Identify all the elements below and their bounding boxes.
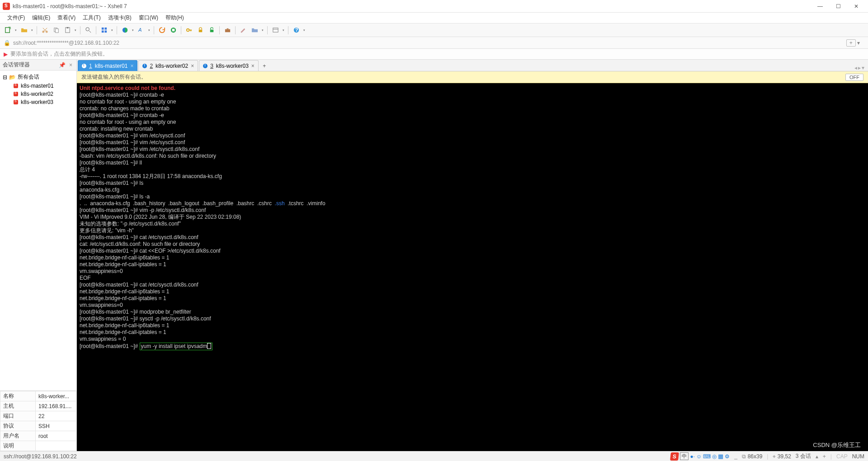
close-button[interactable]: ✕ [847, 1, 865, 12]
ime-emoji-icon[interactable]: ☺ [696, 453, 702, 460]
stop-button[interactable] [168, 25, 178, 35]
tab-close-icon[interactable]: × [191, 63, 194, 69]
menu-window[interactable]: 窗口(W) [135, 13, 162, 23]
sogou-icon[interactable]: S [670, 452, 679, 461]
toolbox-button[interactable] [222, 25, 232, 35]
ime-skin-icon[interactable]: ◎ [712, 453, 717, 460]
terminal-line: [root@k8s-master01 ~]# vim /etc/sysctl.c… [80, 139, 185, 146]
status-divider: | [767, 453, 768, 460]
collapse-icon[interactable]: ⊟ [3, 74, 7, 80]
prop-val: k8s-worker... [36, 391, 76, 401]
terminal-line: crontab: installing new crontab [80, 126, 153, 132]
tree-item-worker02[interactable]: k8s-worker02 [2, 90, 75, 98]
help-button[interactable]: ? [291, 25, 301, 35]
flag-icon[interactable]: ▶ [4, 51, 8, 57]
svg-point-7 [85, 28, 89, 31]
sessions-dropdown[interactable] [282, 25, 285, 35]
tab-worker03[interactable]: 3 k8s-worker03 × [199, 60, 259, 71]
address-bar: 🔒 ssh://root:***************@192.168.91.… [0, 37, 868, 49]
terminal-line: 总计 4 [80, 166, 95, 173]
refresh-button[interactable] [157, 25, 167, 35]
terminal-dir: .ssh [275, 200, 285, 207]
terminal-line: [root@k8s-master01 ~]# sysctl -p /etc/sy… [80, 315, 211, 322]
edit-tool-button[interactable] [238, 25, 248, 35]
tree-item-worker03[interactable]: k8s-worker03 [2, 98, 75, 106]
chevron-up-icon[interactable]: ▴ [816, 453, 818, 460]
tab-nav-right[interactable]: ▸ [858, 65, 861, 71]
address-text[interactable]: ssh://root:***************@192.168.91.10… [13, 40, 119, 46]
sidebar-pin-icon[interactable]: 📌 [57, 62, 67, 68]
ime-punct-icon[interactable]: ●· [690, 453, 695, 460]
tab-status-icon [82, 64, 86, 68]
terminal[interactable]: Unit ntpd.service could not be found. [r… [77, 83, 868, 451]
find-button[interactable] [83, 25, 93, 35]
ime-settings-icon[interactable]: ⚙ [725, 453, 730, 460]
svg-rect-19 [225, 29, 230, 33]
cut-button[interactable] [40, 25, 50, 35]
broadcast-off-button[interactable]: OFF [845, 74, 863, 81]
unlock-button[interactable] [207, 25, 217, 35]
svg-rect-4 [55, 29, 58, 33]
prop-row: 说明 [0, 441, 76, 451]
tab-number: 2 [150, 63, 153, 69]
color-dropdown[interactable] [131, 25, 135, 35]
terminal-line: [root@k8s-master01 ~]# cat /etc/sysctl.d… [80, 282, 198, 288]
color-scheme-button[interactable] [120, 25, 130, 35]
ime-lang-button[interactable]: 中 [680, 452, 689, 460]
tab-worker02[interactable]: 2 k8s-worker02 × [138, 60, 198, 71]
copy-button[interactable] [51, 25, 61, 35]
open-dropdown[interactable] [30, 25, 34, 35]
font-dropdown[interactable] [147, 25, 151, 35]
terminal-line: net.bridge.bridge-nf-call-ip6tables = 1 [80, 254, 169, 261]
tab-number: 3 [210, 63, 213, 69]
folder-tool-button[interactable] [250, 25, 259, 35]
menu-view[interactable]: 查看(V) [54, 13, 79, 23]
new-session-button[interactable] [3, 25, 13, 35]
font-button[interactable]: A [136, 25, 146, 35]
open-button[interactable] [19, 25, 29, 35]
tab-nav-menu[interactable]: ▾ [862, 65, 864, 71]
prop-row: 主机192.168.91.... [0, 401, 76, 411]
key-button[interactable] [184, 25, 194, 35]
tab-nav-arrows: ◂ ▸ ▾ [854, 65, 868, 71]
menu-file[interactable]: 文件(F) [4, 13, 28, 23]
tree-item-master01[interactable]: k8s-master01 [2, 82, 75, 90]
status-size: ⧉ 86x39 [742, 453, 762, 460]
terminal-line: EOF [80, 275, 91, 281]
prop-val: 192.168.91.... [36, 401, 76, 411]
window-controls: — ☐ ✕ [811, 1, 865, 12]
menu-tabs[interactable]: 选项卡(B) [104, 13, 135, 23]
maximize-button[interactable]: ☐ [829, 1, 847, 12]
folder-tool-dropdown[interactable] [261, 25, 264, 35]
help-dropdown[interactable] [302, 25, 306, 35]
svg-text:A: A [138, 27, 142, 33]
layout-dropdown[interactable] [110, 25, 114, 35]
status-caps: CAP [836, 453, 848, 460]
sessions-view-button[interactable] [270, 25, 280, 35]
tree-root[interactable]: ⊟ 📂 所有会话 [2, 72, 75, 82]
tree-root-label: 所有会话 [18, 73, 39, 81]
terminal-line: [root@k8s-master01 ~]# ls [80, 180, 143, 186]
lock-button[interactable] [195, 25, 205, 35]
plus-icon[interactable]: + [823, 453, 826, 460]
paste-dropdown[interactable] [74, 25, 77, 35]
tab-master01[interactable]: 1 k8s-master01 × [78, 60, 137, 71]
tab-status-icon [203, 64, 208, 68]
layout-button[interactable] [99, 25, 109, 35]
ime-grid-icon[interactable]: ▦ [718, 453, 723, 460]
tab-add-button[interactable]: + [259, 61, 269, 71]
lock-icon: 🔒 [4, 40, 10, 46]
menu-tool[interactable]: 工具(T) [79, 13, 104, 23]
address-add-button[interactable]: + ▾ [842, 40, 864, 46]
paste-button[interactable] [62, 25, 72, 35]
new-dropdown[interactable] [14, 25, 18, 35]
tab-close-icon[interactable]: × [251, 63, 255, 69]
window-title: k8s-master01 - root@k8s-master01:~ - Xsh… [13, 3, 127, 9]
ime-keyboard-icon[interactable]: ⌨ [703, 453, 711, 460]
menu-help[interactable]: 帮助(H) [162, 13, 188, 23]
tab-close-icon[interactable]: × [130, 63, 133, 69]
tab-nav-left[interactable]: ◂ [854, 65, 857, 71]
minimize-button[interactable]: — [811, 1, 829, 12]
sidebar-close-icon[interactable]: × [68, 62, 74, 68]
menu-edit[interactable]: 编辑(E) [28, 13, 54, 23]
